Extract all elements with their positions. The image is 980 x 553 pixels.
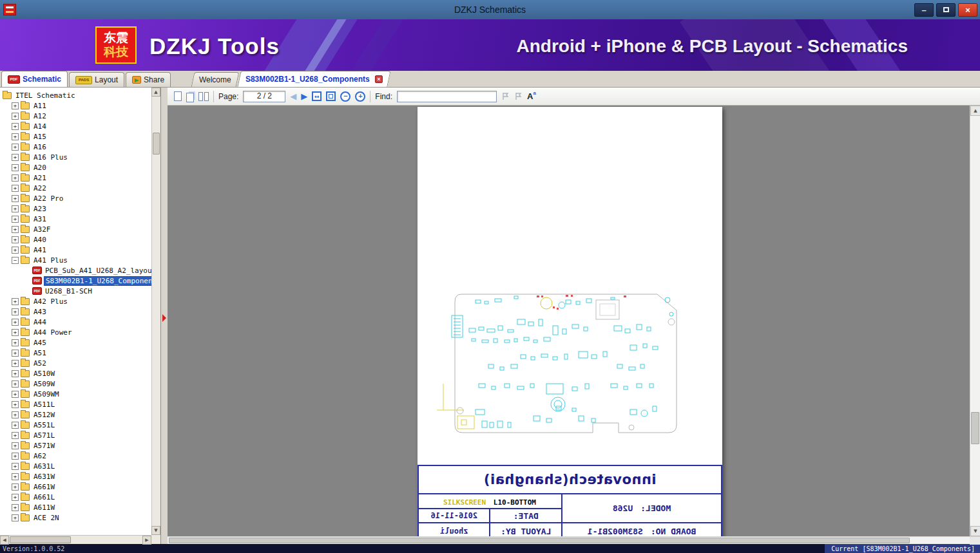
scroll-up-icon[interactable]: ▲ [151,88,160,97]
tree-item[interactable]: + A611W [0,502,151,512]
tree-item[interactable]: + A22 Pro [0,193,151,203]
tree-item[interactable]: + A23 [0,203,151,214]
scroll-down-icon[interactable]: ▼ [970,526,980,536]
expand-icon[interactable]: + [12,329,19,336]
expand-icon[interactable]: + [12,154,19,161]
expand-icon[interactable]: + [12,360,19,367]
expand-icon[interactable]: + [12,123,19,130]
pdf-horizontal-scrollbar[interactable] [168,536,980,544]
expand-icon[interactable]: + [12,473,19,480]
expand-icon[interactable]: + [12,411,19,418]
tree-item[interactable]: PDF S83M002B1-1_U268_Components [0,276,151,286]
expand-icon[interactable]: + [12,102,19,109]
tree-item[interactable]: − A41 Plus [0,255,151,265]
sidebar-horizontal-scrollbar[interactable]: ◀ ▶ [0,535,151,544]
tree-item[interactable]: + A52 [0,358,151,368]
tree-item[interactable]: + A22 [0,183,151,193]
pdf-vertical-scrollbar[interactable]: ▲ ▼ [970,106,980,536]
tab-schematic[interactable]: PDF Schematic [1,71,68,87]
sidebar-vertical-scrollbar[interactable]: ▲ ▼ [151,88,160,535]
tab-close-icon[interactable]: × [375,75,383,83]
expand-icon[interactable]: + [12,164,19,171]
expand-icon[interactable]: + [12,380,19,388]
tree-item[interactable]: + A43 [0,306,151,317]
expand-icon[interactable]: + [12,247,19,254]
doc-tab-welcome[interactable]: Welcome [191,72,240,87]
expand-icon[interactable]: + [12,319,19,326]
tree-item[interactable]: + A62 [0,451,151,461]
doc-tab-current[interactable]: S83M002B1-1_U268_Components × [237,71,390,87]
tree-item[interactable]: + A21 [0,173,151,183]
expand-icon[interactable]: + [12,494,19,501]
scrollbar-thumb[interactable] [971,412,979,444]
scrollbar-thumb[interactable] [10,536,71,543]
expand-icon[interactable]: + [12,483,19,491]
panel-splitter[interactable] [161,88,168,544]
expand-icon[interactable]: + [12,174,19,182]
tree-item[interactable]: + A14 [0,121,151,131]
expand-icon[interactable]: + [12,144,19,151]
expand-icon[interactable]: + [12,442,19,449]
expand-icon[interactable]: + [12,185,19,192]
tree-item[interactable]: + A551L [0,420,151,430]
find-input[interactable] [397,91,497,102]
tree-item[interactable]: + A11 [0,100,151,111]
tree-item[interactable]: + A511L [0,399,151,409]
tree-item[interactable]: + A51 [0,348,151,358]
expand-icon[interactable]: − [12,257,19,264]
expand-icon[interactable]: + [12,339,19,346]
tree-item[interactable]: + A510W [0,368,151,379]
tree-item[interactable]: + A16 [0,142,151,152]
tree-item[interactable]: + A509WM [0,389,151,399]
tree-item[interactable]: + A571W [0,440,151,451]
fit-page-button[interactable] [326,91,336,101]
expand-icon[interactable]: + [12,401,19,408]
scroll-left-icon[interactable]: ◀ [0,536,9,545]
find-next-button[interactable] [514,92,523,100]
collapse-arrow-icon[interactable] [162,314,166,322]
tree-item[interactable]: + A571L [0,430,151,440]
expand-icon[interactable]: + [12,216,19,223]
single-page-view-button[interactable] [174,91,182,101]
tree-item[interactable]: + A20 [0,162,151,173]
expand-icon[interactable]: + [12,504,19,511]
scrollbar-thumb[interactable] [153,133,160,155]
close-button[interactable]: × [958,3,977,17]
tree-item[interactable]: + A631L [0,461,151,471]
expand-icon[interactable]: + [12,113,19,120]
text-size-button[interactable]: Aa [527,91,536,101]
scroll-down-icon[interactable]: ▼ [151,526,160,535]
expand-icon[interactable]: + [12,308,19,315]
tab-share[interactable]: Share [126,72,171,87]
expand-icon[interactable]: + [12,453,19,460]
maximize-button[interactable] [936,3,956,17]
tree-item[interactable]: PDF U268_B1-SCH [0,286,151,296]
zoom-in-button[interactable]: + [355,91,365,102]
previous-page-button[interactable]: ◀ [290,92,296,100]
tree-item[interactable]: + A40 [0,234,151,245]
tree-item[interactable]: + A42 Plus [0,296,151,306]
expand-icon[interactable]: + [12,370,19,377]
expand-icon[interactable]: + [12,514,19,521]
expand-icon[interactable]: + [12,195,19,202]
tree-item[interactable]: + A509W [0,379,151,389]
expand-icon[interactable]: + [12,298,19,305]
tree-item[interactable]: + A15 [0,131,151,142]
minimize-button[interactable]: – [914,3,934,17]
tree-item[interactable]: + A12 [0,111,151,121]
tree-item[interactable]: + A45 [0,337,151,348]
zoom-out-button[interactable]: − [340,91,351,102]
continuous-view-button[interactable] [186,91,194,102]
expand-icon[interactable]: + [12,432,19,439]
expand-icon[interactable]: + [12,391,19,398]
expand-icon[interactable]: + [12,422,19,429]
expand-icon[interactable]: + [12,226,19,233]
expand-icon[interactable]: + [12,205,19,212]
tree-item[interactable]: + A16 Plus [0,152,151,162]
expand-icon[interactable]: + [12,236,19,243]
tree-item[interactable]: + A44 [0,317,151,327]
tree-item[interactable]: + A661L [0,492,151,502]
scroll-up-icon[interactable]: ▲ [970,106,980,116]
pdf-viewport[interactable]: innovatech(shanghai) MODEL:U268 SILKSCRE… [168,106,980,536]
tab-layout[interactable]: PADS Layout [69,72,124,87]
